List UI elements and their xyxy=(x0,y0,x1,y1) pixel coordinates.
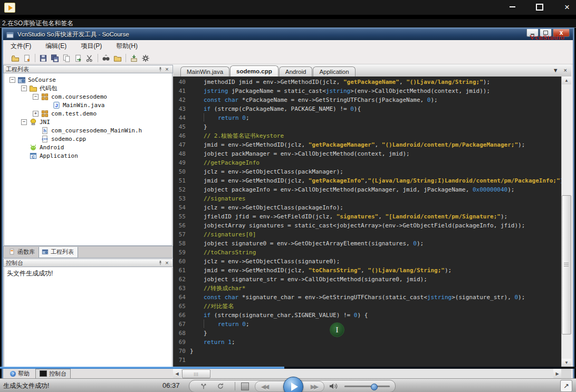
code-line[interactable]: 43if (strcmp(cPackageName, PACKAGE_NAME)… xyxy=(173,104,561,113)
pin-icon[interactable] xyxy=(157,66,164,72)
code-line[interactable]: 65//对比签名 xyxy=(173,302,561,311)
settings-icon[interactable] xyxy=(140,53,151,63)
menu-item[interactable]: 编辑(E) xyxy=(39,40,73,53)
code-line[interactable]: 54jclz = env->GetObjectClass(packageInfo… xyxy=(173,203,561,212)
tree-item[interactable]: Android xyxy=(4,143,172,151)
line-number: 53 xyxy=(173,194,189,203)
scroll-down-icon[interactable]: ▼ xyxy=(562,359,571,367)
find-icon[interactable] xyxy=(100,53,112,63)
code-line[interactable]: 45} xyxy=(173,122,561,131)
code-line[interactable]: 47jmid = env->GetMethodID(jclz, "getPack… xyxy=(173,140,561,149)
tab-close-icon[interactable]: × xyxy=(564,67,567,73)
fullscreen-button[interactable]: ↗ xyxy=(560,380,572,392)
collapse-icon[interactable]: − xyxy=(21,85,27,91)
cut-icon[interactable] xyxy=(84,53,95,63)
open-project-icon[interactable] xyxy=(9,53,21,63)
save-icon[interactable] xyxy=(37,53,49,63)
code-line[interactable]: 46// 2.核验签名证书keystore xyxy=(173,131,561,140)
code-line[interactable]: 48jobject packManager = env->CallObjectM… xyxy=(173,149,561,158)
code-line[interactable]: 49//getPackageInfo xyxy=(173,158,561,167)
tree-item[interactable]: −com.coursesodemo xyxy=(4,92,172,101)
code-line[interactable]: 60jclz = env->GetObjectClass(signature0)… xyxy=(173,257,561,266)
panel-tab-工程列表[interactable]: 工程列表 xyxy=(39,247,78,258)
tree-item[interactable]: CApplication xyxy=(4,151,172,160)
video-seekbar[interactable] xyxy=(0,367,576,369)
window-minimize-button[interactable] xyxy=(506,2,518,12)
tree-item[interactable]: +com.test.demo xyxy=(4,109,172,118)
collapse-icon[interactable]: − xyxy=(21,119,27,125)
code-line[interactable]: 66if (strcmp(signature_char,SIGNER_VALUE… xyxy=(173,311,561,320)
rewind-button[interactable]: ◀◀ xyxy=(260,382,269,391)
tree-item[interactable]: −代码包 xyxy=(4,84,172,92)
tree-item[interactable]: JMainWin.java xyxy=(4,101,172,109)
code-text: } xyxy=(189,347,194,356)
code-line[interactable]: 50jclz = env->GetObjectClass(packManager… xyxy=(173,167,561,176)
add-file-icon[interactable] xyxy=(21,53,33,63)
repeat-icon[interactable] xyxy=(216,381,225,391)
panel-tab-函数库[interactable]: 函数库 xyxy=(6,247,39,257)
code-editor[interactable]: 40jmethodID jmid = env->GetMethodID(jclz… xyxy=(173,77,561,367)
tree-item[interactable]: hcom_coursesodemo_MainWin.h xyxy=(4,126,172,135)
bottom-tab-帮助[interactable]: ?帮助 xyxy=(6,369,33,378)
code-line[interactable]: 70} xyxy=(173,347,561,356)
editor-tab-Android[interactable]: Android xyxy=(279,66,313,77)
tree-item[interactable]: c++sodemo.cpp xyxy=(4,135,172,143)
code-line[interactable]: 62jobject signature_str = env->CallObjec… xyxy=(173,275,561,284)
vertical-scroll-thumb[interactable] xyxy=(562,195,571,334)
save-all-icon[interactable] xyxy=(49,53,61,63)
code-line[interactable]: 40jmethodID jmid = env->GetMethodID(jclz… xyxy=(173,78,561,87)
menu-item[interactable]: 帮助(H) xyxy=(109,40,145,53)
code-line[interactable]: 64const char *signature_char = env->GetS… xyxy=(173,293,561,302)
close-icon[interactable]: × xyxy=(164,260,170,266)
editor-tab-Application[interactable]: Application xyxy=(313,66,355,77)
collapse-icon[interactable]: − xyxy=(9,77,15,83)
code-line[interactable]: 41jstring jPackageName = static_cast<jst… xyxy=(173,87,561,95)
code-line[interactable]: 42const char *cPackageName = env->GetStr… xyxy=(173,95,561,104)
code-line[interactable]: 56jobjectArray signatures = static_cast<… xyxy=(173,221,561,230)
export-icon[interactable] xyxy=(72,53,84,63)
code-line[interactable]: 44return 0; xyxy=(173,113,561,122)
stop-button[interactable] xyxy=(241,383,249,390)
scroll-right-icon[interactable]: ▶ xyxy=(553,369,561,378)
code-line[interactable]: 69return 1; xyxy=(173,338,561,347)
pointer-tracking-icon[interactable] xyxy=(199,381,208,391)
import-icon[interactable] xyxy=(128,53,140,63)
window-maximize-button[interactable] xyxy=(534,2,545,12)
code-line[interactable]: 68} xyxy=(173,329,561,338)
editor-horizontal-scrollbar[interactable]: ◀ ▶ ||| xyxy=(173,369,561,378)
collapse-icon[interactable]: − xyxy=(33,94,39,100)
menu-item[interactable]: 项目(P) xyxy=(74,40,109,53)
code-line[interactable]: 55jfieldID jfid = env->GetFieldID(jclz, … xyxy=(173,212,561,221)
code-line[interactable]: 67return 0; xyxy=(173,320,561,329)
code-line[interactable]: 61jmid = env->GetMethodID(jclz, "toChars… xyxy=(173,266,561,275)
close-icon[interactable]: × xyxy=(164,66,170,72)
volume-slider[interactable] xyxy=(344,386,390,387)
bottom-tab-控制台[interactable]: 控制台 xyxy=(35,369,71,379)
code-line[interactable]: 51jmid = env->GetMethodID(jclz, "getPack… xyxy=(173,176,561,185)
copy-icon[interactable] xyxy=(61,53,72,63)
window-close-button[interactable]: × xyxy=(561,2,573,12)
volume-knob[interactable] xyxy=(371,384,378,390)
code-line[interactable]: 59//toCharsString xyxy=(173,248,561,257)
code-line[interactable]: 53//signatures xyxy=(173,194,561,203)
pin-icon[interactable] xyxy=(157,260,164,266)
horizontal-scroll-thumb[interactable]: ||| xyxy=(182,369,210,378)
expand-icon[interactable]: + xyxy=(33,111,39,117)
scroll-up-icon[interactable]: ▲ xyxy=(562,77,571,84)
tree-item[interactable]: −SoCourse xyxy=(4,75,172,84)
code-line[interactable]: 57//signatures[0] xyxy=(173,230,561,239)
scroll-left-icon[interactable]: ◀ xyxy=(173,369,181,378)
code-line[interactable]: 52jobject packageInfo = env->CallObjectM… xyxy=(173,185,561,194)
editor-tab-sodemo.cpp[interactable]: sodemo.cpp xyxy=(230,65,279,77)
menu-item[interactable]: 文件(F) xyxy=(4,40,38,53)
code-line[interactable]: 71 xyxy=(173,356,561,365)
volume-icon[interactable] xyxy=(329,381,338,391)
folder-icon[interactable] xyxy=(112,53,123,63)
code-line[interactable]: 58jobject signature0 = env->GetObjectArr… xyxy=(173,239,561,248)
code-line[interactable]: 63//转换成char* xyxy=(173,284,561,293)
fast-forward-button[interactable]: ▶▶ xyxy=(309,382,319,391)
tree-item[interactable]: −JNI xyxy=(4,118,172,126)
play-button[interactable] xyxy=(283,377,303,392)
editor-tab-MainWin.java[interactable]: MainWin.java xyxy=(180,66,229,77)
tab-list-dropdown-icon[interactable]: ▼ xyxy=(553,67,559,73)
